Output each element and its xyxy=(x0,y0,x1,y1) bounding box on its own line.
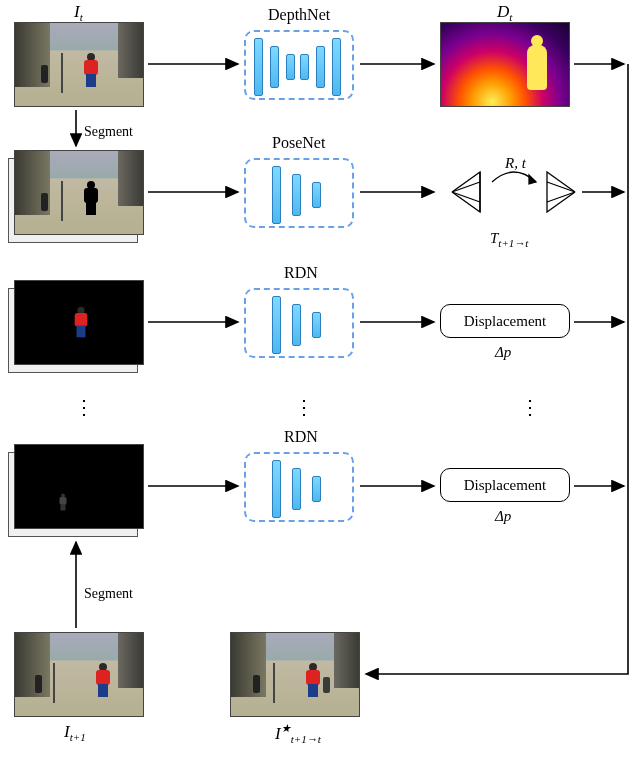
box-disp1: Displacement xyxy=(440,304,570,338)
image-It xyxy=(14,22,144,107)
label-segment-bottom: Segment xyxy=(84,586,133,602)
svg-marker-5 xyxy=(529,175,536,184)
image-It-seg xyxy=(14,150,144,235)
label-Dt: Dt xyxy=(497,2,512,23)
svg-line-4 xyxy=(547,192,575,202)
label-T: Tt+1→t xyxy=(490,230,528,249)
image-Itp1 xyxy=(14,632,144,717)
network-rdn2 xyxy=(244,452,354,522)
label-depthnet: DepthNet xyxy=(268,6,330,24)
dots-right: ⋮ xyxy=(520,395,541,419)
image-obj1 xyxy=(14,280,144,365)
label-Itp1: It+1 xyxy=(64,722,86,743)
label-dp2: Δp xyxy=(495,508,511,525)
label-rdn2: RDN xyxy=(284,428,318,446)
svg-line-1 xyxy=(452,192,480,202)
network-posenet xyxy=(244,158,354,228)
svg-line-3 xyxy=(547,182,575,192)
network-rdn1 xyxy=(244,288,354,358)
network-depthnet xyxy=(244,30,354,100)
dots-left: ⋮ xyxy=(74,395,95,419)
label-rdn1: RDN xyxy=(284,264,318,282)
image-Istar xyxy=(230,632,360,717)
label-It: It xyxy=(74,2,83,23)
label-Istar: I★t+1→t xyxy=(275,722,321,745)
image-objN xyxy=(14,444,144,529)
svg-line-0 xyxy=(452,182,480,192)
box-disp2: Displacement xyxy=(440,468,570,502)
label-segment-top: Segment xyxy=(84,124,133,140)
label-posenet: PoseNet xyxy=(272,134,325,152)
dots-mid: ⋮ xyxy=(294,395,315,419)
label-dp1: Δp xyxy=(495,344,511,361)
label-Rt: R, t xyxy=(505,155,526,172)
image-Dt xyxy=(440,22,570,107)
